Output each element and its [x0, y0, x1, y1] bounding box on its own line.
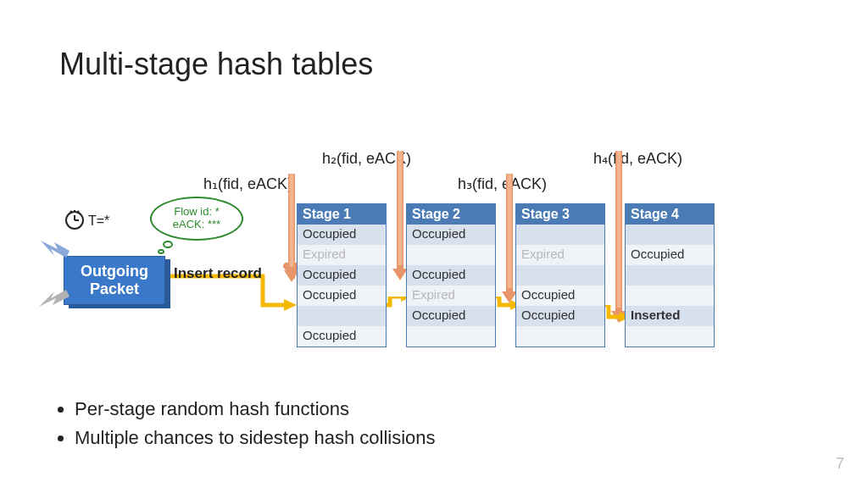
stage-row: Occupied: [626, 245, 714, 265]
bullet-item: Per-stage random hash functions: [75, 398, 436, 420]
stage-row: Occupied: [298, 225, 386, 245]
stage-row: [516, 326, 604, 347]
bubble-dot: [158, 249, 164, 254]
stage-row: Occupied: [516, 286, 604, 306]
svg-line-15: [77, 211, 79, 213]
outgoing-packet-box: Outgoing Packet: [64, 256, 165, 305]
stage-row: Expired: [407, 286, 495, 306]
stage-row: Inserted: [626, 306, 714, 326]
stage-table-1: Stage 1 OccupiedExpiredOccupiedOccupied …: [297, 203, 387, 347]
stage-row: Occupied: [298, 265, 386, 286]
stage-header: Stage 1: [298, 204, 386, 225]
insert-record-label: Insert record: [174, 265, 262, 282]
stage-row: Occupied: [407, 225, 495, 245]
stage-row: [626, 286, 714, 306]
clock-icon: [64, 210, 85, 230]
stage-header: Stage 4: [626, 204, 714, 225]
stage-row: [516, 225, 604, 245]
time-label: T=*: [88, 214, 109, 229]
slide-title: Multi-stage hash tables: [59, 47, 373, 82]
bullet-item: Multiple chances to sidestep hash collis…: [75, 427, 436, 449]
stage-row: [407, 326, 495, 347]
stage-row: [407, 245, 495, 265]
incoming-arrow-gray: [37, 286, 71, 315]
stage-row: Occupied: [407, 265, 495, 286]
bubble-line2: eACK: ***: [173, 219, 220, 231]
stage-row: [298, 306, 386, 326]
incoming-arrow-blue: [41, 236, 71, 261]
packet-line2: Packet: [81, 280, 148, 298]
svg-line-14: [70, 211, 72, 213]
stage-header: Stage 2: [407, 204, 495, 225]
stage-row: [626, 265, 714, 286]
stage-table-3: Stage 3 Expired OccupiedOccupied: [515, 203, 605, 347]
bullet-list: Per-stage random hash functions Multiple…: [59, 398, 436, 456]
svg-marker-4: [284, 299, 297, 311]
page-number: 7: [836, 455, 844, 473]
stage-table-4: Stage 4 Occupied Inserted: [625, 203, 715, 347]
stage-row: [626, 326, 714, 347]
svg-marker-9: [39, 290, 70, 307]
stage-header: Stage 3: [516, 204, 604, 225]
bubble-dot: [163, 241, 173, 248]
stage-row: Expired: [516, 245, 604, 265]
stage-row: [516, 265, 604, 286]
stage-row: Occupied: [516, 306, 604, 326]
stage-row: Occupied: [298, 286, 386, 306]
stage-row: Occupied: [298, 326, 386, 347]
svg-marker-8: [41, 241, 70, 258]
stage-row: Expired: [298, 245, 386, 265]
thought-bubble: Flow id: * eACK: ***: [150, 197, 243, 241]
stage-row: Occupied: [407, 306, 495, 326]
stage-row: [626, 225, 714, 245]
stage-table-2: Stage 2 Occupied OccupiedExpiredOccupied: [406, 203, 496, 347]
bubble-line1: Flow id: *: [174, 206, 219, 219]
packet-line1: Outgoing: [81, 263, 148, 280]
